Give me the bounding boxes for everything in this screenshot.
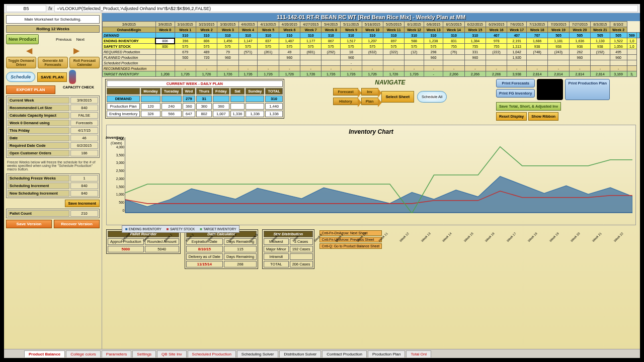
tab-total-onl[interactable]: Total Onl [406,350,431,357]
save-version-button[interactable]: Save Version [6,220,52,228]
capacity-check-label: CAPACITY CHECK [57,85,100,94]
chart-series [125,137,632,213]
save-total-button[interactable]: Save Total, Short, & Adjusted Inv [496,102,561,111]
navigate-title: NAVIGATE [287,79,493,86]
print-forecasts-button[interactable]: Print Forecasts [496,79,535,87]
star-distribution-table: Star DistributionMidwest3 CasesMajor Min… [262,229,314,269]
sheet-tabs[interactable]: Product BalanceCollege colorsParametersS… [4,349,640,358]
fx-icon[interactable]: fx [48,6,52,11]
freeze-note: Freeze Weeks below will freeze the sched… [6,159,100,172]
tab-parameters[interactable]: Parameters [102,350,131,357]
daily-plan-table: CURRENT WEEK - DAILY PLANMondayTuesdayWe… [105,79,284,119]
pallet-count-row: Pallet Count210 [6,209,100,218]
tab-production-plan[interactable]: Production Plan [368,350,405,357]
new-product-button[interactable]: New Product [6,34,39,44]
tab-scheduled-production[interactable]: Scheduled Production [188,350,236,357]
tab-qb-site-inv[interactable]: QB Site Inv [157,350,186,357]
thermometer-icon[interactable] [69,70,76,84]
chart-yaxis: 4,5004,0003,5003,0002,5002,0001,5001,000… [111,137,124,212]
chart-title: Inventory Chart [110,128,632,135]
date-calculator-table: Date Calculator Expiration DateDays Rema… [185,229,258,269]
page-title: 111-142-01 RT-R BEAN RC WT [Red Bean Ric… [102,13,640,21]
prev-arrow-icon[interactable]: ◀ [6,46,52,55]
legend-safety: SAFETY STOCK [167,227,195,231]
nav-plan-button[interactable]: Plan [361,98,378,105]
schedule-button[interactable]: Schedule [6,72,35,82]
weekly-grid[interactable]: 3/9/20153/9/20153/16/20153/23/20153/30/2… [102,21,640,77]
rolling-label: Rolling 12 Weeks [6,25,100,33]
chart-xaxis: Onhand/BeginWeek 0Week 1Week 2Week 3Week… [122,240,635,243]
chart-legend: ENDING INVENTORY SAFETY STOCK TARGET INV… [122,225,239,233]
nav-inv-button[interactable]: Inv [361,88,378,96]
left-sidebar: Main Worksheet for Scheduling. Rolling 1… [4,13,102,349]
legend-ending-inv: ENDING INVENTORY [125,227,162,231]
metrics-table: Current Week3/9/2015Recommended Lot Size… [6,96,100,158]
nav-history-button[interactable]: History [333,98,358,105]
save-plan-button[interactable]: SAVE PLAN [37,72,67,82]
tab-contract-production[interactable]: Contract Production [322,350,367,357]
roll-calendar-button[interactable]: Roll Forecast Calendar [69,57,100,68]
generate-forecasts-button[interactable]: Generate All Forecasts [38,57,68,68]
show-ribbon-button[interactable]: Show Ribbon [528,112,558,121]
nav-forecast-button[interactable]: Forecast [333,88,358,96]
svg-marker-0 [125,176,632,214]
next-label: Next [76,37,85,42]
formula-bar: B5 fx =VLOOKUP(Selected_Product,'Adjuste… [4,4,640,13]
print-production-plan-button[interactable]: Print Production Plan [565,79,610,100]
recover-version-button[interactable]: Recover Version [54,220,100,228]
cell-reference[interactable]: B5 [6,5,46,12]
penguin-icon [537,79,563,100]
tab-distribution-solver[interactable]: Distribution Solver [279,350,321,357]
legend-target: TARGET INVENTORY [200,227,236,231]
next-arrow-icon[interactable]: ▶ [54,46,100,55]
print-fg-button[interactable]: Print FG Inventory [496,89,535,98]
reset-display-button[interactable]: Reset Display [496,112,527,121]
formula-input[interactable]: =VLOOKUP(Selected_Product,'Adjusted Onha… [54,5,638,12]
tab-settings[interactable]: Settings [132,350,156,357]
inventory-chart: Inventory Chart Inventory (Cases) 4,5004… [106,125,636,225]
tab-college-colors[interactable]: College colors [66,350,101,357]
toggle-demand-button[interactable]: Toggle Demand Driver [6,57,36,68]
worksheet-info: Main Worksheet for Scheduling. [6,15,100,24]
prev-label: Previous [56,37,71,42]
save-increment-button[interactable]: Save Increment [65,200,100,207]
freeze-table: Scheduling Freeze Weeks1Scheduling Incre… [6,173,100,198]
select-sheet-button[interactable]: Select Sheet [381,91,415,103]
tab-scheduling-solver[interactable]: Scheduling Solver [237,350,278,357]
main-content: 111-142-01 RT-R BEAN RC WT [Red Bean Ric… [102,13,640,349]
export-plan-button[interactable]: EXPORT PLAN [6,85,55,94]
tab-product-balance[interactable]: Product Balance [24,350,65,357]
schedule-all-button[interactable]: Schedule All [417,91,447,103]
